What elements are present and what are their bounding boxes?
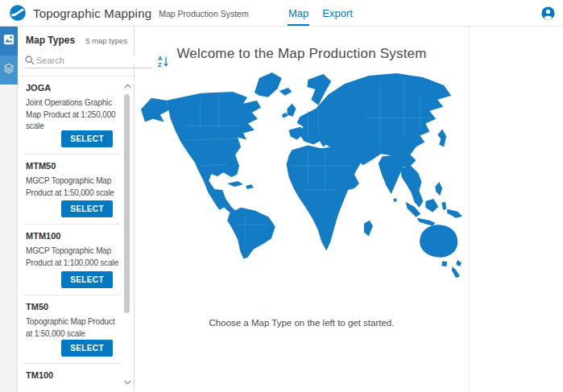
list-scrollbar[interactable] [122,76,132,392]
welcome-heading: Welcome to the Map Production System [135,46,469,62]
map-type-card-mtm50: MTM50 MGCP Topographic Map Product at 1:… [24,155,121,225]
map-type-count: 5 map types [85,36,127,45]
map-types-panel: Map Types 5 map types A Z [18,27,135,392]
map-type-name: TM100 [26,370,121,380]
rail-item-layers[interactable] [0,56,18,85]
select-button[interactable]: SELECT [61,130,113,147]
rail-item-map-types[interactable] [0,27,18,56]
map-type-card-tm100: TM100 [24,364,121,392]
account-icon[interactable] [541,6,555,20]
instruction-text: Choose a Map Type on the left to get sta… [135,318,469,328]
header-tabs: Map Export [288,0,354,26]
world-map [140,70,464,306]
left-rail [0,27,18,392]
map-type-name: TM50 [26,302,121,312]
layers-icon [3,63,14,77]
tab-map[interactable]: Map [288,0,309,26]
map-type-name: MTM50 [26,161,121,171]
scroll-up-icon[interactable] [122,81,132,91]
app-title: Topographic Mapping [33,6,151,20]
select-button[interactable]: SELECT [61,271,113,288]
map-type-description: MGCP Topographic Map Product at 1:100,00… [26,246,123,269]
app-window: Topographic Mapping Map Production Syste… [0,0,563,392]
scroll-down-icon[interactable] [122,378,132,387]
map-panel-icon [3,34,14,48]
panel-title: Map Types [26,35,75,46]
map-type-card-tm50: TM50 Topographic Map Product at 1:50,000… [24,295,121,364]
search-icon [25,56,35,65]
map-type-card-mtm100: MTM100 MGCP Topographic Map Product at 1… [24,225,121,295]
content-area: Map Types 5 map types A Z [0,27,563,392]
map-type-list: JOGA Joint Operations Graphic Map Produc… [18,76,134,392]
map-type-card-joga: JOGA Joint Operations Graphic Map Produc… [24,76,121,155]
right-empty-area [470,27,563,392]
map-type-description: MGCP Topographic Map Product at 1:50,000… [26,175,123,199]
globe-logo-icon [9,4,27,22]
map-type-description: Topographic Map Product at 1:50,000 scal… [26,316,123,340]
search-field-wrap [25,54,152,68]
main-panel: Welcome to the Map Production System [135,27,470,392]
app-header: Topographic Mapping Map Production Syste… [0,0,563,27]
app-subtitle: Map Production System [159,7,248,19]
tab-export[interactable]: Export [321,0,354,26]
scrollbar-thumb[interactable] [124,94,130,313]
map-type-name: MTM100 [26,231,121,241]
select-button[interactable]: SELECT [61,340,113,357]
map-type-description: Joint Operations Graphic Map Product at … [26,97,123,133]
map-type-name: JOGA [26,83,121,93]
select-button[interactable]: SELECT [61,200,113,217]
